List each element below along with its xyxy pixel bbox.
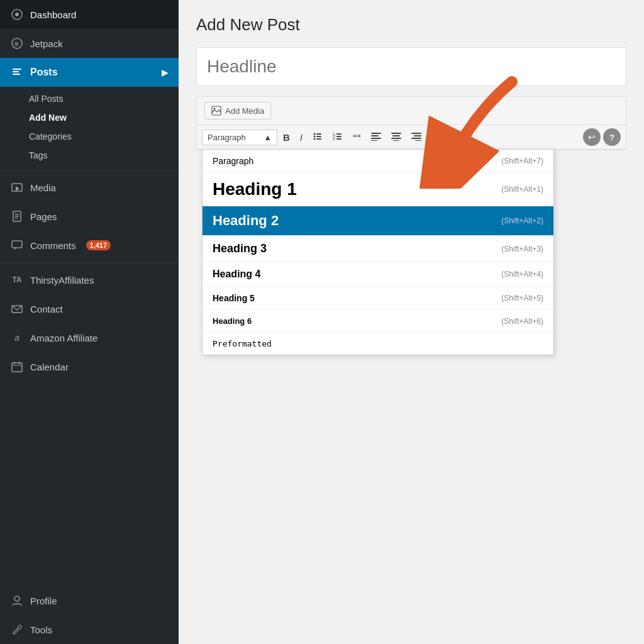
italic-button[interactable]: I	[296, 130, 307, 145]
sidebar-item-jetpack[interactable]: ⊕ Jetpack	[0, 29, 179, 58]
unordered-list-button[interactable]	[308, 129, 327, 146]
sidebar-item-tools-label: Tools	[30, 625, 52, 635]
dropdown-label-paragraph: Paragraph	[213, 156, 253, 166]
tools-icon	[10, 623, 24, 636]
jetpack-icon: ⊕	[10, 36, 24, 50]
add-media-button[interactable]: Add Media	[204, 102, 271, 119]
dropdown-item-paragraph[interactable]: Paragraph(Shift+Alt+7)	[203, 150, 553, 173]
sidebar-item-posts-label: Posts	[30, 67, 58, 78]
svg-rect-26	[316, 136, 321, 137]
posts-icon	[10, 65, 24, 79]
sidebar-item-media[interactable]: Media	[0, 173, 179, 202]
dropdown-shortcut-h6: (Shift+Alt+6)	[501, 317, 543, 326]
svg-rect-6	[13, 74, 20, 75]
sidebar-item-profile[interactable]: Profile	[0, 586, 179, 615]
sidebar-item-contact[interactable]: Contact	[0, 294, 179, 323]
sidebar-item-pages[interactable]: Pages	[0, 202, 179, 231]
sidebar-item-dashboard-label: Dashboard	[30, 9, 76, 20]
sidebar-item-pages-label: Pages	[30, 211, 57, 222]
sidebar-item-thirstyaffiliates-label: ThirstyAffiliates	[30, 275, 94, 286]
dropdown-item-h5[interactable]: Heading 5(Shift+Alt+5)	[203, 287, 553, 310]
dropdown-shortcut-paragraph: (Shift+Alt+7)	[501, 157, 543, 165]
format-dropdown: Paragraph(Shift+Alt+7)Heading 1(Shift+Al…	[202, 149, 554, 355]
title-input-wrap	[196, 47, 626, 86]
dropdown-label-h1: Heading 1	[213, 179, 297, 199]
sidebar-item-posts[interactable]: Posts ▶	[0, 58, 179, 87]
sidebar-item-amazon-affiliate[interactable]: a Amazon Affiliate	[0, 323, 179, 352]
svg-rect-30	[336, 133, 341, 135]
sidebar-item-tools[interactable]: Tools	[0, 615, 179, 644]
toolbar-right-group: ↩ ?	[583, 128, 621, 146]
posts-arrow-indicator: ▶	[162, 67, 169, 77]
help-button[interactable]: ?	[603, 128, 621, 146]
svg-rect-39	[391, 133, 401, 134]
svg-rect-35	[371, 133, 381, 134]
svg-rect-32	[336, 136, 341, 137]
svg-rect-28	[316, 138, 321, 140]
sidebar-item-calendar-label: Calendar	[30, 362, 69, 372]
dropdown-shortcut-h3: (Shift+Alt+3)	[501, 245, 543, 253]
sidebar-sub-categories[interactable]: Categories	[0, 127, 179, 146]
svg-rect-41	[391, 138, 401, 139]
page-title: Add New Post	[196, 15, 626, 35]
main-content: Add New Post Add Media Paragraph ▲ B I	[179, 0, 644, 644]
dropdown-label-h4: Heading 4	[213, 269, 260, 280]
dropdown-item-preformatted[interactable]: Preformatted	[203, 333, 553, 355]
sidebar-item-profile-label: Profile	[30, 596, 57, 606]
sidebar-item-amazon-label: Amazon Affiliate	[30, 333, 97, 343]
align-center-button[interactable]	[387, 130, 406, 145]
dropdown-item-h3[interactable]: Heading 3(Shift+Alt+3)	[203, 236, 553, 262]
svg-rect-16	[12, 363, 22, 372]
add-media-label: Add Media	[225, 106, 264, 116]
bold-button[interactable]: B	[279, 130, 294, 145]
sidebar-sub-tags[interactable]: Tags	[0, 146, 179, 165]
undo-button[interactable]: ↩	[583, 128, 601, 146]
svg-text:3.: 3.	[333, 137, 336, 141]
posts-submenu: All Posts Add New Categories Tags	[0, 87, 179, 167]
contact-icon	[10, 302, 24, 316]
sidebar-item-comments[interactable]: Comments 1,417	[0, 231, 179, 260]
dropdown-item-h4[interactable]: Heading 4(Shift+Alt+4)	[203, 262, 553, 287]
svg-rect-38	[371, 140, 377, 141]
svg-rect-24	[316, 133, 321, 135]
sidebar-item-calendar[interactable]: Calendar	[0, 352, 179, 381]
svg-rect-46	[415, 140, 421, 141]
dropdown-shortcut-h5: (Shift+Alt+5)	[501, 294, 543, 303]
format-select[interactable]: Paragraph ▲	[202, 130, 277, 145]
align-right-button[interactable]	[407, 130, 426, 145]
svg-rect-12	[15, 218, 18, 219]
dropdown-label-preformatted: Preformatted	[213, 339, 272, 348]
format-select-label: Paragraph	[208, 133, 246, 142]
sidebar-item-media-label: Media	[30, 182, 56, 193]
dropdown-item-h2[interactable]: Heading 2(Shift+Alt+2)	[203, 206, 553, 236]
ordered-list-button[interactable]: 1.2.3.	[328, 129, 347, 146]
svg-rect-36	[371, 135, 379, 136]
svg-rect-11	[15, 216, 19, 217]
svg-point-25	[314, 135, 316, 137]
svg-rect-13	[12, 241, 22, 248]
sidebar-sub-all-posts[interactable]: All Posts	[0, 89, 179, 108]
dropdown-shortcut-h4: (Shift+Alt+4)	[501, 270, 543, 279]
profile-icon	[10, 594, 24, 608]
svg-point-27	[314, 138, 316, 140]
sidebar: Dashboard ⊕ Jetpack Posts ▶ All Posts Ad…	[0, 0, 179, 644]
dropdown-label-h6: Heading 6	[213, 316, 252, 326]
dropdown-shortcut-h1: (Shift+Alt+1)	[501, 185, 543, 194]
post-title-input[interactable]	[207, 57, 616, 77]
dropdown-label-h5: Heading 5	[213, 293, 255, 303]
sidebar-sub-add-new[interactable]: Add New	[0, 108, 179, 127]
sidebar-item-thirstyaffiliates[interactable]: TA ThirstyAffiliates	[0, 265, 179, 294]
align-left-button[interactable]	[367, 130, 386, 145]
svg-rect-42	[393, 140, 399, 141]
dropdown-item-h6[interactable]: Heading 6(Shift+Alt+6)	[203, 310, 553, 333]
svg-rect-43	[411, 133, 421, 134]
blockquote-button[interactable]: ““	[348, 130, 365, 145]
dropdown-item-h1[interactable]: Heading 1(Shift+Alt+1)	[203, 173, 553, 206]
thirstyaffiliates-icon: TA	[10, 273, 24, 287]
svg-point-20	[14, 596, 19, 601]
svg-rect-40	[392, 135, 400, 136]
editor-toolbar: Paragraph ▲ B I 1.2.3. ““	[197, 125, 626, 150]
dropdown-label-h3: Heading 3	[213, 242, 267, 255]
sidebar-item-dashboard[interactable]: Dashboard	[0, 0, 179, 29]
svg-point-22	[214, 108, 216, 110]
